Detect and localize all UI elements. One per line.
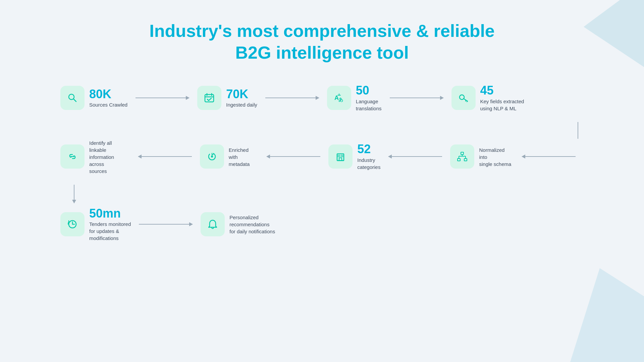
item-linkable-info: Identify all linkableinformation acrosss… bbox=[60, 139, 130, 175]
translate-icon: A あ bbox=[333, 92, 345, 104]
l-connector-top bbox=[60, 122, 584, 139]
v-line bbox=[74, 185, 74, 200]
language-translations-number: 50 bbox=[356, 84, 382, 97]
sources-crawled-icon-box bbox=[60, 86, 85, 110]
clock-refresh-icon bbox=[66, 218, 78, 230]
sources-crawled-number: 80K bbox=[89, 87, 127, 101]
item-normalized-schema: Normalized intosingle schema bbox=[450, 144, 514, 169]
linkable-info-text: Identify all linkableinformation acrosss… bbox=[89, 139, 130, 175]
item-industry-categories: 52 Industrycategories bbox=[328, 142, 380, 171]
tenders-monitored-text: 50mn Tenders monitoredfor updates &modif… bbox=[89, 207, 131, 242]
enriched-metadata-label: Enriched withmetadata bbox=[229, 146, 259, 168]
arrow-row3-1-2 bbox=[139, 224, 193, 225]
enriched-metadata-icon-box bbox=[200, 144, 224, 169]
language-translations-label: Languagetranslations bbox=[356, 98, 382, 112]
svg-line-1 bbox=[73, 99, 76, 102]
item-personalized-recs: Personalizedrecommendationsfor daily not… bbox=[201, 212, 275, 236]
arrow-4-3 bbox=[388, 156, 442, 157]
item-language-translations: A あ 50 Languagetranslations bbox=[327, 84, 382, 112]
svg-rect-21 bbox=[458, 159, 460, 161]
normalized-schema-label: Normalized intosingle schema bbox=[479, 146, 514, 168]
flow-row-1: 80K Sources Crawled bbox=[60, 84, 584, 112]
title-line2: B2G intelligence tool bbox=[235, 43, 409, 62]
normalized-schema-text: Normalized intosingle schema bbox=[479, 146, 514, 168]
sources-crawled-text: 80K Sources Crawled bbox=[89, 87, 127, 109]
flow-row-3: 50mn Tenders monitoredfor updates &modif… bbox=[60, 207, 584, 242]
ingested-daily-icon-box bbox=[197, 86, 221, 110]
arrow-3-2 bbox=[267, 156, 320, 157]
calendar-check-icon bbox=[203, 92, 215, 104]
arrow-2-1 bbox=[138, 156, 192, 157]
svg-rect-20 bbox=[461, 152, 464, 155]
key-icon bbox=[458, 92, 470, 104]
item-enriched-metadata: Enriched withmetadata bbox=[200, 144, 259, 169]
vertical-connector-row2-row3 bbox=[60, 185, 584, 203]
title-section: Industry's most comprehensive & reliable… bbox=[34, 20, 610, 64]
personalized-recs-icon-box bbox=[201, 212, 225, 236]
ingested-daily-label: Ingested daily bbox=[226, 101, 257, 108]
tenders-monitored-label: Tenders monitoredfor updates &modificati… bbox=[89, 221, 131, 242]
sources-crawled-label: Sources Crawled bbox=[89, 101, 127, 108]
building-icon bbox=[334, 150, 346, 163]
svg-text:あ: あ bbox=[338, 97, 343, 102]
ingested-daily-text: 70K Ingested daily bbox=[226, 87, 257, 109]
tenders-monitored-number: 50mn bbox=[89, 207, 131, 220]
refresh-circle-icon bbox=[206, 150, 218, 163]
key-fields-icon-box bbox=[451, 86, 476, 110]
v-connector bbox=[72, 185, 76, 203]
svg-rect-22 bbox=[464, 159, 467, 161]
arrow-1-2 bbox=[136, 98, 189, 98]
language-translations-icon-box: A あ bbox=[327, 86, 351, 110]
linkable-info-label: Identify all linkableinformation acrosss… bbox=[89, 139, 130, 175]
item-ingested-daily: 70K Ingested daily bbox=[197, 86, 257, 110]
personalized-recs-text: Personalizedrecommendationsfor daily not… bbox=[229, 213, 275, 235]
item-key-fields: 45 Key fields extractedusing NLP & ML bbox=[451, 84, 524, 112]
svg-point-14 bbox=[211, 156, 213, 158]
tenders-monitored-icon-box bbox=[60, 212, 85, 236]
linkable-info-icon-box bbox=[60, 144, 85, 169]
main-title: Industry's most comprehensive & reliable… bbox=[34, 20, 610, 64]
industry-categories-label: Industrycategories bbox=[357, 157, 380, 171]
title-line1: Industry's most comprehensive & reliable bbox=[149, 21, 495, 41]
link-icon bbox=[66, 150, 78, 163]
decorative-corner-bottom-right bbox=[570, 268, 644, 362]
flow-row-2: Identify all linkableinformation acrosss… bbox=[60, 139, 584, 175]
svg-rect-2 bbox=[205, 95, 214, 102]
svg-rect-15 bbox=[337, 154, 344, 161]
search-icon bbox=[66, 92, 78, 104]
v-arrow-down bbox=[72, 200, 76, 203]
enriched-metadata-text: Enriched withmetadata bbox=[229, 146, 259, 168]
industry-categories-text: 52 Industrycategories bbox=[357, 142, 380, 171]
schema-icon bbox=[456, 150, 468, 163]
personalized-recs-label: Personalizedrecommendationsfor daily not… bbox=[229, 214, 275, 235]
bell-icon bbox=[207, 218, 219, 230]
normalized-schema-icon-box bbox=[450, 144, 474, 169]
key-fields-label: Key fields extractedusing NLP & ML bbox=[480, 98, 524, 112]
language-translations-text: 50 Languagetranslations bbox=[356, 84, 382, 112]
item-sources-crawled: 80K Sources Crawled bbox=[60, 86, 127, 110]
industry-categories-icon-box bbox=[328, 144, 353, 169]
item-tenders-monitored: 50mn Tenders monitoredfor updates &modif… bbox=[60, 207, 131, 242]
arrow-l-to-4 bbox=[522, 156, 576, 157]
l-connector-vertical bbox=[578, 122, 578, 139]
key-fields-text: 45 Key fields extractedusing NLP & ML bbox=[480, 84, 524, 112]
arrow-2-3 bbox=[265, 98, 319, 98]
key-fields-number: 45 bbox=[480, 84, 524, 97]
svg-rect-19 bbox=[341, 155, 343, 157]
arrow-3-4 bbox=[390, 98, 443, 98]
industry-categories-number: 52 bbox=[357, 142, 380, 156]
svg-rect-18 bbox=[338, 155, 340, 157]
ingested-daily-number: 70K bbox=[226, 87, 257, 101]
flow-diagram: 80K Sources Crawled bbox=[34, 84, 610, 242]
